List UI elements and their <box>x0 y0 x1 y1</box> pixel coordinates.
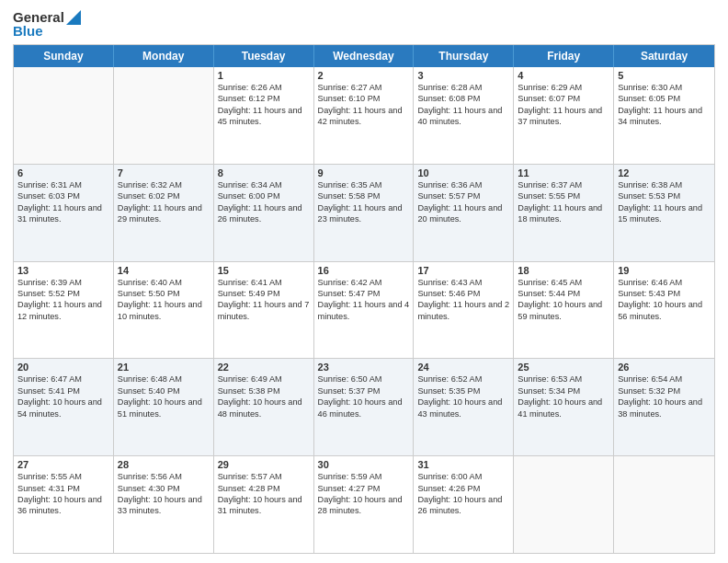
daylight-text: Daylight: 11 hours and 18 minutes. <box>518 202 609 225</box>
daylight-text: Daylight: 10 hours and 48 minutes. <box>218 396 310 419</box>
daylight-text: Daylight: 10 hours and 38 minutes. <box>618 396 711 419</box>
daylight-text: Daylight: 11 hours and 37 minutes. <box>518 105 609 128</box>
day-cell-26: 26Sunrise: 6:54 AMSunset: 5:32 PMDayligh… <box>614 359 714 455</box>
sunrise-text: Sunrise: 6:28 AM <box>417 82 509 93</box>
sunset-text: Sunset: 5:57 PM <box>417 190 509 201</box>
day-cell-24: 24Sunrise: 6:52 AMSunset: 5:35 PMDayligh… <box>414 359 514 455</box>
header-cell-monday: Monday <box>114 45 214 67</box>
day-number: 2 <box>318 70 410 81</box>
header: General Blue <box>13 9 715 39</box>
day-cell-3: 3Sunrise: 6:28 AMSunset: 6:08 PMDaylight… <box>414 67 514 164</box>
day-number: 26 <box>618 362 711 373</box>
daylight-text: Daylight: 11 hours and 31 minutes. <box>17 202 109 225</box>
daylight-text: Daylight: 11 hours and 10 minutes. <box>118 299 210 322</box>
day-number: 31 <box>417 459 509 470</box>
day-cell-8: 8Sunrise: 6:34 AMSunset: 6:00 PMDaylight… <box>214 165 314 261</box>
day-number: 30 <box>318 459 410 470</box>
day-cell-1: 1Sunrise: 6:26 AMSunset: 6:12 PMDaylight… <box>214 67 314 164</box>
logo: General Blue <box>13 9 81 39</box>
sunrise-text: Sunrise: 6:27 AM <box>318 82 410 93</box>
logo-area: General Blue <box>13 9 81 39</box>
day-cell-2: 2Sunrise: 6:27 AMSunset: 6:10 PMDaylight… <box>314 67 415 164</box>
day-cell-16: 16Sunrise: 6:42 AMSunset: 5:47 PMDayligh… <box>314 262 415 359</box>
sunset-text: Sunset: 5:35 PM <box>417 385 509 396</box>
header-cell-thursday: Thursday <box>414 45 514 67</box>
day-number: 13 <box>17 265 109 276</box>
sunrise-text: Sunrise: 5:56 AM <box>118 471 210 482</box>
calendar-body: 1Sunrise: 6:26 AMSunset: 6:12 PMDaylight… <box>14 67 714 553</box>
day-cell-17: 17Sunrise: 6:43 AMSunset: 5:46 PMDayligh… <box>414 262 514 359</box>
sunrise-text: Sunrise: 6:43 AM <box>417 277 509 288</box>
sunset-text: Sunset: 5:52 PM <box>17 288 109 299</box>
daylight-text: Daylight: 11 hours and 15 minutes. <box>618 202 711 225</box>
logo-blue-text: Blue <box>13 23 43 39</box>
sunset-text: Sunset: 5:32 PM <box>618 385 711 396</box>
header-cell-tuesday: Tuesday <box>214 45 314 67</box>
day-number: 15 <box>218 265 310 276</box>
sunset-text: Sunset: 4:26 PM <box>417 483 509 494</box>
sunset-text: Sunset: 5:38 PM <box>218 385 310 396</box>
sunset-text: Sunset: 5:46 PM <box>417 288 509 299</box>
day-number: 17 <box>417 265 509 276</box>
header-cell-sunday: Sunday <box>14 45 114 67</box>
day-cell-14: 14Sunrise: 6:40 AMSunset: 5:50 PMDayligh… <box>114 262 214 359</box>
daylight-text: Daylight: 11 hours and 26 minutes. <box>218 202 310 225</box>
day-number: 25 <box>518 362 609 373</box>
day-cell-6: 6Sunrise: 6:31 AMSunset: 6:03 PMDaylight… <box>14 165 114 261</box>
day-number: 29 <box>218 459 310 470</box>
daylight-text: Daylight: 10 hours and 26 minutes. <box>417 494 509 517</box>
day-number: 7 <box>118 167 210 178</box>
sunrise-text: Sunrise: 6:37 AM <box>518 179 609 190</box>
empty-cell-r0c1 <box>114 67 214 164</box>
day-number: 20 <box>17 362 109 373</box>
empty-cell-r4c6 <box>614 456 714 553</box>
sunrise-text: Sunrise: 6:32 AM <box>118 179 210 190</box>
day-number: 19 <box>618 265 711 276</box>
sunrise-text: Sunrise: 6:49 AM <box>218 373 310 385</box>
sunrise-text: Sunrise: 6:53 AM <box>518 373 609 385</box>
sunset-text: Sunset: 5:43 PM <box>618 288 711 299</box>
sunrise-text: Sunrise: 6:45 AM <box>518 277 609 288</box>
sunrise-text: Sunrise: 6:38 AM <box>618 179 711 190</box>
day-number: 21 <box>118 362 210 373</box>
header-cell-wednesday: Wednesday <box>314 45 415 67</box>
sunset-text: Sunset: 5:53 PM <box>618 190 711 201</box>
day-number: 11 <box>518 167 609 178</box>
sunrise-text: Sunrise: 6:54 AM <box>618 373 711 385</box>
day-cell-10: 10Sunrise: 6:36 AMSunset: 5:57 PMDayligh… <box>414 165 514 261</box>
day-cell-25: 25Sunrise: 6:53 AMSunset: 5:34 PMDayligh… <box>514 359 614 455</box>
daylight-text: Daylight: 10 hours and 43 minutes. <box>417 396 509 419</box>
sunset-text: Sunset: 4:30 PM <box>118 483 210 494</box>
sunset-text: Sunset: 5:44 PM <box>518 288 609 299</box>
sunrise-text: Sunrise: 5:59 AM <box>318 471 410 482</box>
day-number: 6 <box>17 167 109 178</box>
sunset-text: Sunset: 6:00 PM <box>218 190 310 201</box>
sunset-text: Sunset: 6:03 PM <box>17 190 109 201</box>
sunrise-text: Sunrise: 6:52 AM <box>417 373 509 385</box>
page: General Blue SundayMondayTuesdayWednesda… <box>0 0 728 563</box>
day-number: 22 <box>218 362 310 373</box>
day-cell-27: 27Sunrise: 5:55 AMSunset: 4:31 PMDayligh… <box>14 456 114 553</box>
daylight-text: Daylight: 11 hours and 4 minutes. <box>318 299 410 322</box>
empty-cell-r0c0 <box>14 67 114 164</box>
sunset-text: Sunset: 5:40 PM <box>118 385 210 396</box>
day-number: 18 <box>518 265 609 276</box>
day-cell-12: 12Sunrise: 6:38 AMSunset: 5:53 PMDayligh… <box>614 165 714 261</box>
sunset-text: Sunset: 6:08 PM <box>417 93 509 104</box>
calendar-row-4: 20Sunrise: 6:47 AMSunset: 5:41 PMDayligh… <box>14 358 714 455</box>
daylight-text: Daylight: 10 hours and 46 minutes. <box>318 396 410 419</box>
svg-marker-0 <box>66 10 81 25</box>
daylight-text: Daylight: 11 hours and 29 minutes. <box>118 202 210 225</box>
sunrise-text: Sunrise: 6:47 AM <box>17 373 109 385</box>
daylight-text: Daylight: 11 hours and 12 minutes. <box>17 299 109 322</box>
calendar-row-1: 1Sunrise: 6:26 AMSunset: 6:12 PMDaylight… <box>14 67 714 164</box>
calendar-header-row: SundayMondayTuesdayWednesdayThursdayFrid… <box>14 45 714 67</box>
calendar-row-5: 27Sunrise: 5:55 AMSunset: 4:31 PMDayligh… <box>14 455 714 553</box>
daylight-text: Daylight: 11 hours and 45 minutes. <box>218 105 310 128</box>
day-cell-21: 21Sunrise: 6:48 AMSunset: 5:40 PMDayligh… <box>114 359 214 455</box>
sunset-text: Sunset: 6:05 PM <box>618 93 711 104</box>
sunset-text: Sunset: 5:49 PM <box>218 288 310 299</box>
day-cell-30: 30Sunrise: 5:59 AMSunset: 4:27 PMDayligh… <box>314 456 415 553</box>
day-number: 12 <box>618 167 711 178</box>
sunset-text: Sunset: 5:37 PM <box>318 385 410 396</box>
